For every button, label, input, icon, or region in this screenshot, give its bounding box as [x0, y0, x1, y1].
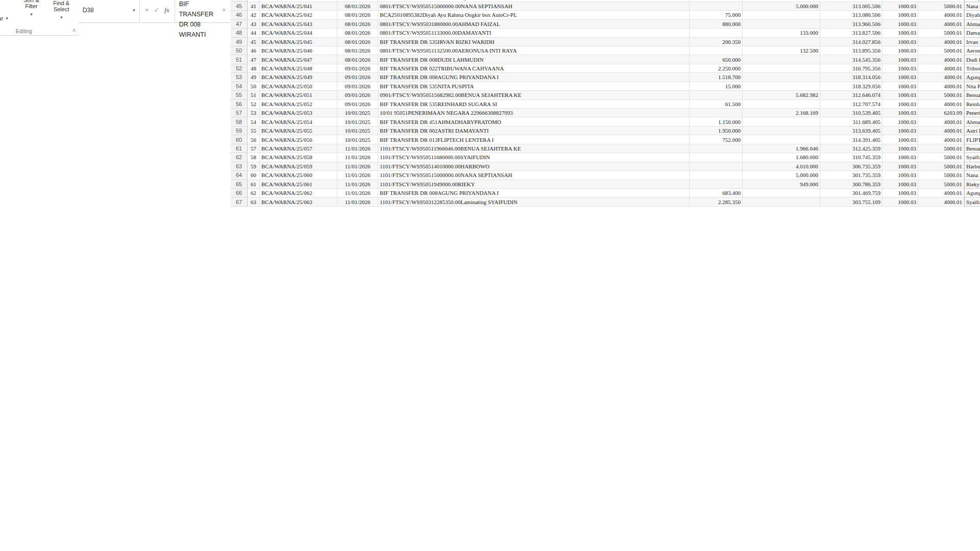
- cell[interactable]: 09/01/2026: [337, 82, 378, 91]
- sort-filter-button[interactable]: Sort & Filter ▾: [18, 0, 44, 19]
- cell[interactable]: Harbowo - pembelian: [964, 162, 980, 171]
- cell[interactable]: 1000.03: [883, 162, 918, 171]
- cell[interactable]: 11/01/2026: [337, 171, 378, 180]
- cell[interactable]: 1000.03: [883, 20, 918, 29]
- cell[interactable]: Reinhard Sugara - Penjualan: [964, 100, 980, 109]
- row-header-49[interactable]: 49: [231, 38, 248, 46]
- cell[interactable]: 11/01/2026: [337, 180, 378, 189]
- cell[interactable]: 10/01/2025: [337, 127, 378, 135]
- cell[interactable]: 1000.03: [883, 127, 918, 135]
- cell[interactable]: [690, 29, 743, 37]
- cell[interactable]: 2.285.350: [690, 197, 743, 206]
- cell[interactable]: BIF TRANSFER DR 535NITA PUSPITA: [378, 82, 690, 91]
- cell[interactable]: BIF TRANSFER DR 002ASTRI DAMAYANTI: [378, 127, 690, 135]
- cell[interactable]: 11/01/2026: [337, 189, 378, 197]
- cell[interactable]: 318.314.056: [820, 73, 883, 82]
- cell[interactable]: [690, 171, 743, 180]
- cell[interactable]: 54: [248, 117, 260, 126]
- cell[interactable]: 132.500: [743, 46, 820, 55]
- row-header-50[interactable]: 50: [231, 46, 248, 55]
- cell[interactable]: BCA/WARNA/25/045: [260, 38, 337, 46]
- cell[interactable]: BIF TRANSFER DR 008DUDI LAHMUDIN: [378, 55, 690, 64]
- cell[interactable]: 47: [248, 55, 260, 64]
- cell[interactable]: 4000.01: [918, 197, 964, 206]
- row-header-62[interactable]: 62: [231, 153, 248, 162]
- cell[interactable]: 306.735.359: [820, 162, 883, 171]
- cell[interactable]: BCA/WARNA/25/043: [260, 20, 337, 29]
- cell[interactable]: Syaifudin - pembelian: [964, 153, 980, 162]
- cell[interactable]: 1101/FTSCY/WS95051949000.00RIEKY: [378, 180, 690, 189]
- cell[interactable]: 10/01 95051PENERIMAAN NEGARA 22966630882…: [378, 109, 690, 117]
- cell[interactable]: 313.827.506: [820, 29, 883, 37]
- cell[interactable]: Tribuwana Cahyana - Penjualan: [964, 64, 980, 73]
- row-header-64[interactable]: 64: [231, 171, 248, 180]
- cell[interactable]: 1000.03: [883, 29, 918, 37]
- cell[interactable]: 42: [248, 11, 260, 19]
- cell[interactable]: 303.755.109: [820, 197, 883, 206]
- row-header-60[interactable]: 60: [231, 135, 248, 144]
- row-header-66[interactable]: 66: [231, 189, 248, 197]
- cell[interactable]: 1.680.000: [743, 153, 820, 162]
- cell[interactable]: 4000.01: [918, 55, 964, 64]
- cell[interactable]: 57: [248, 144, 260, 153]
- cell[interactable]: [690, 180, 743, 189]
- cell[interactable]: BCA/WARNA/25/054: [260, 117, 337, 126]
- cell[interactable]: 1000.03: [883, 189, 918, 197]
- cell[interactable]: BCA/WARNA/25/062: [260, 189, 337, 197]
- cell[interactable]: Penerimaan Negara - Biaya Pajak: [964, 109, 980, 117]
- cell[interactable]: [743, 189, 820, 197]
- cell[interactable]: 10/01/2025: [337, 117, 378, 126]
- cell[interactable]: 60: [248, 171, 260, 180]
- cell[interactable]: 314.027.856: [820, 38, 883, 46]
- cell[interactable]: 5.000.000: [743, 171, 820, 180]
- cell[interactable]: [743, 197, 820, 206]
- row-header-52[interactable]: 52: [231, 64, 248, 73]
- row-header-47[interactable]: 47: [231, 20, 248, 29]
- cell[interactable]: 52: [248, 100, 260, 109]
- cell[interactable]: 4000.01: [918, 38, 964, 46]
- cell[interactable]: BCA/WARNA/25/041: [260, 2, 337, 11]
- cell[interactable]: BCA/WARNA/25/056: [260, 135, 337, 144]
- cell[interactable]: 4000.01: [918, 82, 964, 91]
- cell[interactable]: 300.786.359: [820, 180, 883, 189]
- insert-function-icon[interactable]: fx: [164, 6, 169, 14]
- cell[interactable]: [690, 2, 743, 11]
- cell[interactable]: 49: [248, 73, 260, 82]
- cell[interactable]: 0801/FTSCY/WS95051132500.00AERONUSA INTI…: [378, 46, 690, 55]
- cell[interactable]: [690, 162, 743, 171]
- cell[interactable]: Syaifudddin - Penjualan: [964, 197, 980, 206]
- cell[interactable]: 5000.01: [918, 144, 964, 153]
- cell[interactable]: 1101/FTSCY/WS950511966046.00BENUA SEJAHT…: [378, 144, 690, 153]
- cell[interactable]: 4000.01: [918, 135, 964, 144]
- cell[interactable]: 313.005.506: [820, 2, 883, 11]
- cell[interactable]: 752.000: [690, 135, 743, 144]
- cell[interactable]: 5000.01: [918, 29, 964, 37]
- cell[interactable]: 1000.03: [883, 91, 918, 99]
- cell[interactable]: 1000.03: [883, 64, 918, 73]
- cell[interactable]: 46: [248, 46, 260, 55]
- row-header-59[interactable]: 59: [231, 127, 248, 135]
- cell[interactable]: Astri Damayanti - Penjualan: [964, 127, 980, 135]
- cell[interactable]: Ahmad Hary Pratomo - Penjualan: [964, 117, 980, 126]
- cell[interactable]: 1000.03: [883, 180, 918, 189]
- cell[interactable]: [743, 100, 820, 109]
- cell[interactable]: BCA/WARNA/25/042: [260, 11, 337, 19]
- cell[interactable]: 48: [248, 64, 260, 73]
- cell[interactable]: Aeronusa - pembelian: [964, 46, 980, 55]
- cell[interactable]: [743, 55, 820, 64]
- cell[interactable]: 09/01/2026: [337, 73, 378, 82]
- row-header-46[interactable]: 46: [231, 11, 248, 19]
- cell[interactable]: 11/01/2026: [337, 144, 378, 153]
- cell[interactable]: 1000.03: [883, 171, 918, 180]
- cancel-icon[interactable]: ×: [145, 6, 149, 14]
- cell[interactable]: 5000.01: [918, 153, 964, 162]
- row-header-53[interactable]: 53: [231, 73, 248, 82]
- cell[interactable]: 1000.03: [883, 117, 918, 126]
- cell[interactable]: 59: [248, 162, 260, 171]
- cell[interactable]: 313.960.506: [820, 20, 883, 29]
- row-header-67[interactable]: 67: [231, 197, 248, 206]
- cell[interactable]: 11/01/2026: [337, 153, 378, 162]
- cell[interactable]: 53: [248, 109, 260, 117]
- cell[interactable]: 310.745.359: [820, 153, 883, 162]
- cell[interactable]: 5000.01: [918, 2, 964, 11]
